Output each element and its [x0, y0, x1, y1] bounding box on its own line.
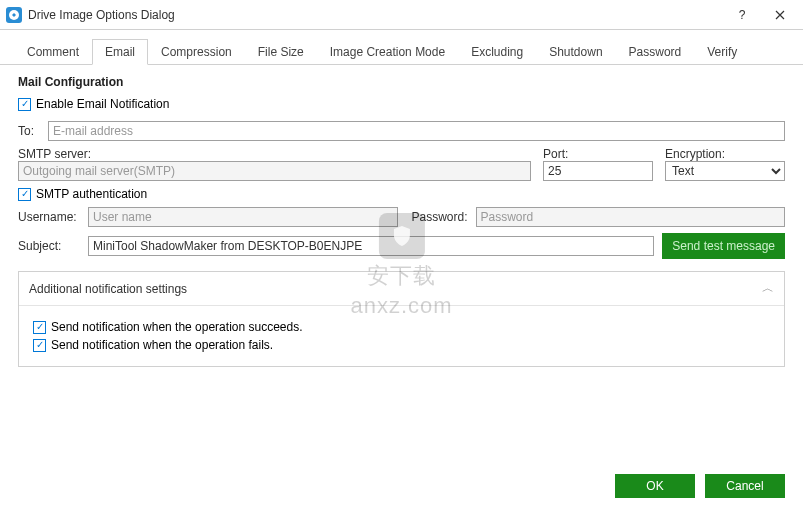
smtp-input[interactable] [18, 161, 531, 181]
smtp-label: SMTP server: [18, 147, 531, 161]
port-label: Port: [543, 147, 653, 161]
tab-email[interactable]: Email [92, 39, 148, 65]
enable-email-checkbox[interactable] [18, 98, 31, 111]
to-label: To: [18, 124, 42, 138]
additional-settings-title: Additional notification settings [29, 282, 187, 296]
send-test-button[interactable]: Send test message [662, 233, 785, 259]
smtp-auth-label: SMTP authentication [36, 187, 147, 201]
close-button[interactable] [761, 1, 799, 29]
app-icon [6, 7, 22, 23]
title-bar: Drive Image Options Dialog ? [0, 0, 803, 30]
to-input[interactable] [48, 121, 785, 141]
enable-email-label: Enable Email Notification [36, 97, 169, 111]
notify-success-checkbox[interactable] [33, 321, 46, 334]
tab-verify[interactable]: Verify [694, 39, 750, 65]
encryption-label: Encryption: [665, 147, 785, 161]
tab-compression[interactable]: Compression [148, 39, 245, 65]
encryption-select[interactable]: Text [665, 161, 785, 181]
notify-success-label: Send notification when the operation suc… [51, 320, 303, 334]
additional-settings-panel: Additional notification settings ︿ Send … [18, 271, 785, 367]
password-input[interactable] [476, 207, 786, 227]
tab-shutdown[interactable]: Shutdown [536, 39, 615, 65]
username-label: Username: [18, 210, 80, 224]
tab-excluding[interactable]: Excluding [458, 39, 536, 65]
username-input[interactable] [88, 207, 398, 227]
cancel-button[interactable]: Cancel [705, 474, 785, 498]
mail-section-title: Mail Configuration [18, 75, 785, 89]
tab-image-creation-mode[interactable]: Image Creation Mode [317, 39, 458, 65]
password-label: Password: [406, 210, 468, 224]
subject-input[interactable] [88, 236, 654, 256]
notify-fail-checkbox[interactable] [33, 339, 46, 352]
tab-file-size[interactable]: File Size [245, 39, 317, 65]
window-title: Drive Image Options Dialog [28, 8, 723, 22]
port-input[interactable] [543, 161, 653, 181]
tab-bar: CommentEmailCompressionFile SizeImage Cr… [0, 30, 803, 65]
tab-password[interactable]: Password [616, 39, 695, 65]
chevron-up-icon: ︿ [762, 280, 774, 297]
email-panel: Mail Configuration Enable Email Notifica… [0, 65, 803, 377]
subject-label: Subject: [18, 239, 80, 253]
notify-fail-label: Send notification when the operation fai… [51, 338, 273, 352]
ok-button[interactable]: OK [615, 474, 695, 498]
additional-settings-header[interactable]: Additional notification settings ︿ [19, 272, 784, 306]
tab-comment[interactable]: Comment [14, 39, 92, 65]
help-button[interactable]: ? [723, 1, 761, 29]
smtp-auth-checkbox[interactable] [18, 188, 31, 201]
